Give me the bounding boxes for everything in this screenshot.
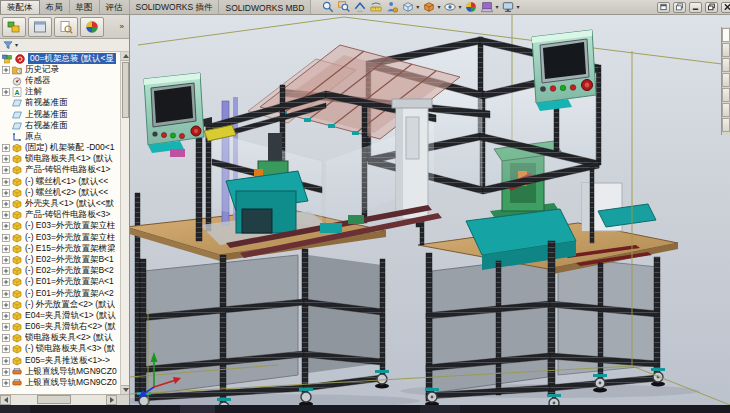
tree-item[interactable]: 上视基准面	[0, 109, 129, 120]
command-tab[interactable]: 草图	[70, 0, 100, 14]
tree-item[interactable]: E04=夹具滑轨<1> (默认	[0, 310, 129, 321]
task-pane-tab-3[interactable]	[722, 58, 730, 72]
measure-icon[interactable]	[368, 1, 383, 14]
tree-item[interactable]: (-) E01=外壳放置架A<2	[0, 288, 129, 299]
tree-item[interactable]: 产品-铸铝件电路板<3>	[0, 210, 129, 221]
tree-item[interactable]: (-) E02=外壳放置架B<1	[0, 254, 129, 265]
restore-icon[interactable]	[705, 2, 718, 13]
window-cascade-icon[interactable]	[673, 2, 686, 13]
expand-toggle-icon[interactable]	[2, 334, 11, 342]
tree-item[interactable]: (-) 螺丝机<1> (默认<<	[0, 176, 129, 187]
tree-item[interactable]: 锁电路板夹具<2> (默认	[0, 333, 129, 344]
command-tab[interactable]: 装配体	[0, 0, 40, 14]
assembly-visualization-icon[interactable]	[384, 1, 399, 14]
expand-toggle-icon[interactable]	[2, 144, 11, 152]
view-settings-icon[interactable]	[500, 1, 515, 14]
tree-item[interactable]: 历史记录	[0, 64, 129, 75]
expand-toggle-icon[interactable]	[2, 278, 11, 286]
expand-toggle-icon[interactable]	[2, 312, 11, 320]
scroll-right-icon[interactable]	[106, 395, 117, 405]
command-tab[interactable]: 评估	[100, 0, 130, 14]
expand-toggle-icon[interactable]	[2, 222, 11, 230]
tree-item[interactable]: (-) E01=外壳放置架A<1	[0, 277, 129, 288]
dropdown-caret-icon[interactable]: ▾	[516, 4, 519, 10]
expand-toggle-icon[interactable]	[2, 189, 11, 197]
zoom-area-icon[interactable]	[336, 1, 351, 14]
expand-toggle-icon[interactable]	[2, 245, 11, 253]
section-view-icon[interactable]	[352, 1, 367, 14]
scroll-thumb[interactable]	[122, 62, 129, 118]
dropdown-caret-icon[interactable]: ▾	[458, 4, 461, 10]
filter-caret-icon[interactable]: ▾	[15, 42, 18, 48]
scroll-up-icon[interactable]	[121, 52, 129, 61]
view-orientation-icon[interactable]	[400, 1, 415, 14]
tree-item[interactable]: (-) E15=外壳放置架横梁	[0, 243, 129, 254]
expand-toggle-icon[interactable]	[2, 200, 11, 208]
expand-toggle-icon[interactable]	[2, 256, 11, 264]
command-tab[interactable]: SOLIDWORKS 插件	[130, 0, 220, 14]
task-pane-tab-5[interactable]	[722, 88, 730, 102]
scroll-track[interactable]	[11, 395, 106, 405]
tree-horizontal-scrollbar[interactable]	[0, 394, 129, 405]
expand-toggle-icon[interactable]	[2, 290, 11, 298]
edit-appearance-icon[interactable]	[463, 1, 478, 14]
expand-toggle-icon[interactable]	[2, 166, 11, 174]
tree-item[interactable]: 上银直线导轨MGN9CZ0	[0, 377, 129, 388]
expand-toggle-icon[interactable]	[2, 267, 11, 275]
command-tab[interactable]: SOLIDWORKS MBD	[219, 0, 311, 14]
dropdown-caret-icon[interactable]: ▾	[495, 4, 498, 10]
expand-toggle-icon[interactable]	[2, 155, 11, 163]
minimize-icon[interactable]	[689, 2, 702, 13]
tree-item[interactable]: (-) E03=外壳放置架立柱	[0, 221, 129, 232]
apply-scene-icon[interactable]	[479, 1, 494, 14]
close-icon[interactable]	[721, 2, 730, 13]
expand-toggle-icon[interactable]	[2, 178, 11, 186]
tree-item[interactable]: 00=机架总装 (默认<显	[0, 53, 129, 64]
tree-item[interactable]: 传感器	[0, 75, 129, 86]
tree-item[interactable]: 右视基准面	[0, 120, 129, 131]
viewport-3d-model[interactable]	[130, 15, 730, 405]
expand-toggle-icon[interactable]	[2, 357, 11, 365]
expand-toggle-icon[interactable]	[2, 323, 11, 331]
expand-toggle-icon[interactable]	[2, 345, 11, 353]
task-pane-tab-2[interactable]	[722, 43, 730, 57]
command-tab[interactable]: 布局	[40, 0, 70, 14]
expand-toggle-icon[interactable]	[2, 301, 11, 309]
display-style-icon[interactable]	[421, 1, 436, 14]
new-window-icon[interactable]	[657, 2, 670, 13]
scroll-thumb[interactable]	[37, 395, 71, 404]
tree-item[interactable]: (-) E02=外壳放置架B<2	[0, 266, 129, 277]
tree-item[interactable]: (固定) 机架装配 -D00<1	[0, 143, 129, 154]
tree-item[interactable]: E06=夹具滑轨右<2> (默	[0, 322, 129, 333]
appearances-icon[interactable]	[80, 17, 104, 37]
task-pane-tab-4[interactable]	[722, 73, 730, 87]
tree-item[interactable]: 上银直线导轨MGN9CZ0	[0, 366, 129, 377]
tree-item[interactable]: 锁电路板夹具<1> (默认	[0, 154, 129, 165]
expand-toggle-icon[interactable]	[2, 379, 11, 387]
tree-item[interactable]: (-) 外壳放置盒<2> (默认	[0, 299, 129, 310]
scroll-down-icon[interactable]	[121, 385, 129, 394]
tree-item[interactable]: 前视基准面	[0, 98, 129, 109]
expand-toggle-icon[interactable]	[2, 368, 11, 376]
tree-item[interactable]: A注解	[0, 87, 129, 98]
tree-filter-row[interactable]: ▾	[0, 39, 129, 52]
scroll-left-icon[interactable]	[0, 395, 11, 405]
feature-manager-icon[interactable]	[2, 17, 26, 37]
dropdown-caret-icon[interactable]: ▾	[437, 4, 440, 10]
expand-toggle-icon[interactable]	[2, 211, 11, 219]
graphics-viewport[interactable]	[130, 15, 730, 405]
toolbar-overflow-button[interactable]: »	[117, 22, 127, 31]
search-tree-icon[interactable]	[54, 17, 78, 37]
tree-item[interactable]: E05=夹具推送板<1>->	[0, 355, 129, 366]
expand-toggle-icon[interactable]	[2, 88, 11, 96]
display-pane-icon[interactable]	[28, 17, 52, 37]
task-pane-tab-6[interactable]	[722, 103, 730, 117]
tree-item[interactable]: 原点	[0, 131, 129, 142]
expand-toggle-icon[interactable]	[2, 66, 11, 74]
zoom-fit-icon[interactable]	[320, 1, 335, 14]
tree-vertical-scrollbar[interactable]	[120, 52, 129, 394]
task-pane-tab-1[interactable]	[722, 28, 730, 42]
hide-show-items-icon[interactable]	[442, 1, 457, 14]
tree-item[interactable]: (-) 锁电路板夹具<3> (默	[0, 344, 129, 355]
expand-toggle-icon[interactable]	[2, 234, 11, 242]
